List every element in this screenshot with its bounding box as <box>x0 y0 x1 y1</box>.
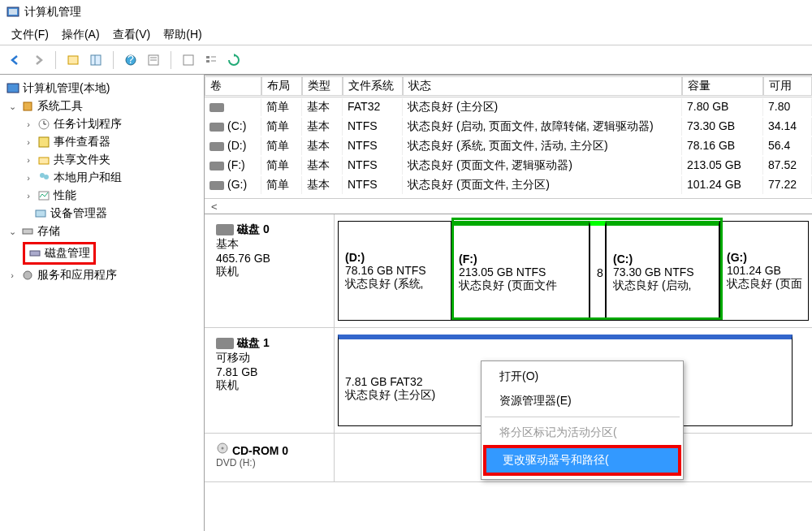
caret-icon[interactable]: › <box>23 155 34 165</box>
svg-rect-25 <box>36 210 45 217</box>
tree-scheduler[interactable]: › 任务计划程序 <box>3 115 201 133</box>
svg-rect-10 <box>184 55 193 65</box>
tree-devmgr[interactable]: 设备管理器 <box>3 205 201 222</box>
tree-performance[interactable]: › 性能 <box>3 187 201 205</box>
context-menu: 打开(O) 资源管理器(E) 将分区标记为活动分区( 更改驱动器号和路径( <box>481 360 684 480</box>
caret-icon[interactable]: › <box>23 191 34 201</box>
volume-row[interactable]: 简单基本FAT32状态良好 (主分区)7.80 GB7.80 <box>205 97 812 117</box>
cm-change-letter[interactable]: 更改驱动器号和路径( <box>486 448 678 473</box>
menu-help[interactable]: 帮助(H) <box>158 26 206 44</box>
list-button[interactable] <box>202 51 220 69</box>
panel-button[interactable] <box>87 51 105 69</box>
cm-active: 将分区标记为活动分区( <box>483 421 681 445</box>
disk-icon <box>216 338 234 349</box>
volume-header: 卷 布局 类型 文件系统 状态 容量 可用 <box>205 76 812 97</box>
view-button[interactable] <box>179 51 197 69</box>
volume-list: 卷 布局 类型 文件系统 状态 容量 可用 简单基本FAT32状态良好 (主分区… <box>205 76 812 214</box>
volume-row[interactable]: (C:)简单基本NTFS状态良好 (启动, 页面文件, 故障转储, 逻辑驱动器)… <box>205 117 812 136</box>
menu-action[interactable]: 操作(A) <box>57 26 105 44</box>
scroll-hint[interactable]: < <box>205 198 812 214</box>
svg-rect-21 <box>39 158 49 164</box>
content-panel: 卷 布局 类型 文件系统 状态 容量 可用 简单基本FAT32状态良好 (主分区… <box>205 75 812 531</box>
col-use[interactable]: 可用 <box>763 76 812 96</box>
tree-systools[interactable]: ⌄ 系统工具 <box>3 97 201 115</box>
window-title: 计算机管理 <box>24 5 81 19</box>
col-volume[interactable]: 卷 <box>205 76 261 96</box>
disk0-bars: (D:) 78.16 GB NTFS 状态良好 (系统, (F:) 213.05… <box>335 214 812 327</box>
forward-button[interactable] <box>29 51 47 69</box>
svg-rect-20 <box>39 137 49 147</box>
highlight-change-letter: 更改驱动器号和路径( <box>483 445 681 476</box>
svg-rect-1 <box>9 9 17 15</box>
tree-eventviewer[interactable]: › 事件查看器 <box>3 133 201 151</box>
caret-icon[interactable]: › <box>6 270 18 280</box>
refresh-button[interactable] <box>225 51 243 69</box>
caret-icon[interactable]: › <box>23 173 34 183</box>
caret-icon[interactable]: › <box>23 137 34 147</box>
main-content: 计算机管理(本地) ⌄ 系统工具 › 任务计划程序 › 事件查看器 › 共享文件… <box>0 75 812 531</box>
disk-icon <box>216 224 234 235</box>
partition-g[interactable]: (G:) 101.24 GB 状态良好 (页面 <box>719 221 809 321</box>
toolbar: ? <box>0 45 812 75</box>
svg-point-30 <box>222 447 224 450</box>
caret-icon[interactable]: ⌄ <box>6 101 18 112</box>
svg-text:?: ? <box>127 54 134 66</box>
app-icon <box>6 6 19 19</box>
volume-row[interactable]: (G:)简单基本NTFS状态良好 (页面文件, 主分区)101.24 GB77.… <box>205 175 812 195</box>
caret-icon[interactable]: ⌄ <box>6 227 18 237</box>
svg-rect-12 <box>206 60 209 63</box>
disk-panel: 磁盘 0 基本 465.76 GB 联机 (D:) 78.16 GB NTFS … <box>205 214 812 531</box>
volume-row[interactable]: (D:)简单基本NTFS状态良好 (系统, 页面文件, 活动, 主分区)78.1… <box>205 136 812 156</box>
props-button[interactable] <box>145 51 162 69</box>
cm-explorer[interactable]: 资源管理器(E) <box>483 389 681 413</box>
tree-users[interactable]: › 本地用户和组 <box>3 169 201 187</box>
svg-rect-26 <box>23 229 32 234</box>
col-fs[interactable]: 文件系统 <box>343 76 403 96</box>
cm-open[interactable]: 打开(O) <box>483 365 681 389</box>
col-status[interactable]: 状态 <box>403 76 682 96</box>
back-button[interactable] <box>6 51 24 69</box>
tree-services[interactable]: › 服务和应用程序 <box>3 266 201 284</box>
svg-rect-2 <box>68 56 78 64</box>
tree-root[interactable]: 计算机管理(本地) <box>3 80 201 97</box>
highlight-diskmgmt: 磁盘管理 <box>23 242 96 265</box>
volume-row[interactable]: (F:)简单基本NTFS状态良好 (页面文件, 逻辑驱动器)213.05 GB8… <box>205 156 812 175</box>
cdrom-label[interactable]: CD-ROM 0 DVD (H:) <box>205 434 335 481</box>
cdrom-icon <box>216 442 229 455</box>
svg-rect-27 <box>30 251 40 256</box>
menu-file[interactable]: 文件(F) <box>6 26 54 44</box>
up-button[interactable] <box>64 51 82 69</box>
tree-storage[interactable]: ⌄ 存储 <box>3 222 201 240</box>
svg-rect-15 <box>7 84 19 93</box>
partition-c[interactable]: (C:) 73.30 GB NTFS 状态良好 (启动, <box>606 221 719 321</box>
disk1-label[interactable]: 磁盘 1 可移动 7.81 GB 联机 <box>205 328 335 433</box>
partition-small[interactable]: 8 <box>590 221 606 321</box>
tree-sharedfolders[interactable]: › 共享文件夹 <box>3 151 201 169</box>
col-capacity[interactable]: 容量 <box>682 76 763 96</box>
partition-d[interactable]: (D:) 78.16 GB NTFS 状态良好 (系统, <box>338 221 451 321</box>
partition-f[interactable]: (F:) 213.05 GB NTFS 状态良好 (页面文件 <box>451 221 590 321</box>
title-bar: 计算机管理 <box>0 0 812 24</box>
svg-rect-3 <box>91 55 101 65</box>
svg-point-23 <box>44 175 49 179</box>
tree-diskmgmt[interactable]: 磁盘管理 <box>19 240 201 266</box>
col-layout[interactable]: 布局 <box>261 76 302 96</box>
menu-bar: 文件(F) 操作(A) 查看(V) 帮助(H) <box>0 24 812 45</box>
disk0-label[interactable]: 磁盘 0 基本 465.76 GB 联机 <box>205 214 335 327</box>
help-button[interactable]: ? <box>122 51 140 69</box>
caret-icon[interactable]: › <box>23 119 34 129</box>
svg-point-28 <box>24 271 32 279</box>
svg-rect-11 <box>206 56 209 58</box>
menu-view[interactable]: 查看(V) <box>108 26 156 44</box>
svg-rect-16 <box>24 102 32 110</box>
disk0-row: 磁盘 0 基本 465.76 GB 联机 (D:) 78.16 GB NTFS … <box>205 214 812 328</box>
tree-panel: 计算机管理(本地) ⌄ 系统工具 › 任务计划程序 › 事件查看器 › 共享文件… <box>0 75 205 531</box>
col-type[interactable]: 类型 <box>302 76 343 96</box>
